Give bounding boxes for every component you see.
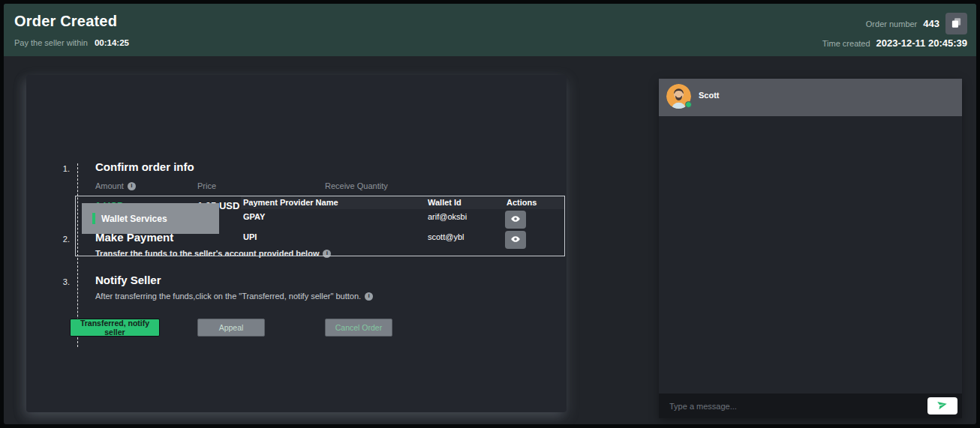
column-actions: Actions [507,198,537,207]
notify-info-icon[interactable]: i [365,292,373,301]
order-number-row: Order number 443 [822,13,967,34]
step-1-title: Confirm order info [95,160,194,173]
step-3-title: Notify Seller [95,274,161,286]
price-label: Price [197,181,216,190]
copy-order-number-button[interactable] [945,13,967,34]
eye-icon [510,234,521,247]
step-3-number: 3. [47,277,70,286]
cancel-order-button[interactable]: Cancel Order [325,319,392,337]
send-message-button[interactable] [927,397,957,415]
order-steps-card: 1. Confirm order info Amount i 1 USD Pri… [26,75,567,412]
payment-methods-box: Wallet Services Payment Provider Name Wa… [75,196,565,256]
column-provider: Payment Provider Name [243,198,338,207]
amount-info-icon[interactable]: i [128,182,136,190]
tab-wallet-services[interactable]: Wallet Services [82,203,219,234]
online-status-dot [685,101,692,108]
active-tab-indicator [92,213,95,224]
view-wallet-button[interactable] [505,231,526,249]
copy-icon [951,17,962,31]
provider-cell: GPAY [243,212,265,221]
order-header: Order Created Pay the seller within 00:1… [4,4,976,56]
wallet-services-tab-label: Wallet Services [101,214,167,224]
send-icon [936,400,948,412]
chat-message-input[interactable] [669,402,921,411]
chat-header: Scott [659,79,962,116]
eye-icon [510,214,521,226]
pay-within: Pay the seller within 00:14:25 [14,38,129,47]
view-wallet-button[interactable] [505,211,526,229]
time-created-row: Time created 2023-12-11 20:45:39 [822,37,967,49]
provider-cell: UPI [243,232,257,241]
header-right: Order number 443 Time created 2023-12-11… [822,13,967,49]
wallet-id-cell: scott@ybl [428,232,464,241]
wallet-id-cell: arif@oksbi [428,212,467,221]
chat-messages-area [659,116,962,394]
chat-input-bar [659,394,962,418]
pay-within-countdown: 00:14:25 [95,38,129,47]
time-created-value: 2023-12-11 20:45:39 [876,37,967,49]
step-1-number: 1. [47,164,70,173]
appeal-button[interactable]: Appeal [197,319,265,337]
column-wallet-id: Wallet Id [428,198,461,207]
step-3-description: After transferring the funds,click on th… [95,292,373,301]
transferred-notify-seller-button[interactable]: Transferred, notify seller [70,319,160,337]
receive-quantity-label: Receive Quantity [325,181,388,190]
avatar [666,84,691,109]
screenshot-frame: Order Created Pay the seller within 00:1… [0,0,980,428]
chat-user-name: Scott [699,91,720,100]
chat-panel: Scott [659,79,962,418]
order-number-value: 443 [923,18,939,29]
app-window: Order Created Pay the seller within 00:1… [4,4,976,424]
amount-label: Amount [95,181,124,190]
order-number-label: Order number [866,19,917,28]
time-created-label: Time created [822,39,870,48]
pay-within-label: Pay the seller within [14,38,88,47]
step-2-number: 2. [47,235,70,244]
